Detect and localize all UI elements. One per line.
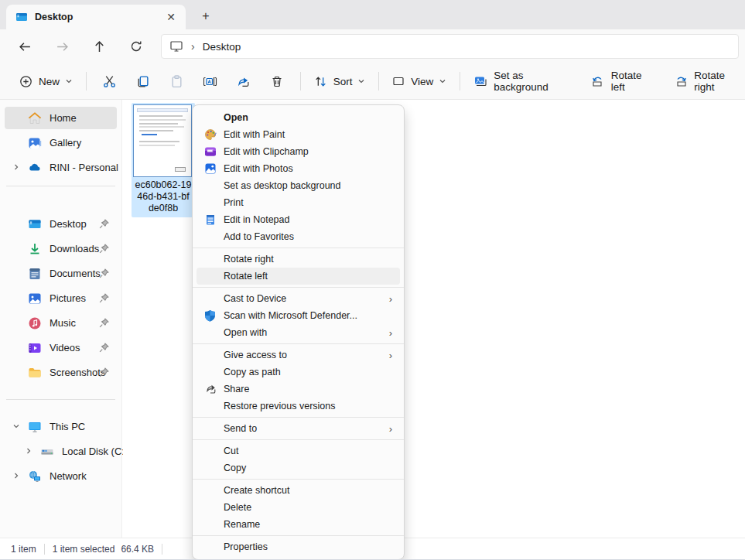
menu-item-give-access-to[interactable]: Give access to › xyxy=(197,347,400,364)
menu-item-cast-to-device[interactable]: Cast to Device › xyxy=(197,290,400,307)
image-background-icon xyxy=(473,75,487,88)
set-as-background-button[interactable]: Set as background xyxy=(466,68,573,94)
cut-button[interactable] xyxy=(98,68,121,94)
refresh-button[interactable] xyxy=(124,34,149,59)
sidebar-item-label: RINI - Personal xyxy=(50,162,118,173)
sidebar-item-gallery[interactable]: Gallery xyxy=(5,131,117,154)
new-button[interactable]: New xyxy=(12,68,80,94)
menu-item-send-to[interactable]: Send to › xyxy=(197,420,400,437)
notepad-icon xyxy=(203,213,217,227)
sidebar-item-screenshots[interactable]: Screenshots xyxy=(5,361,117,384)
tab-desktop[interactable]: Desktop ✕ xyxy=(6,5,186,29)
share-button[interactable] xyxy=(232,68,255,94)
menu-item-scan-with-defender[interactable]: Scan with Microsoft Defender... xyxy=(197,307,400,324)
plus-circle-icon xyxy=(19,75,32,88)
menu-item-print[interactable]: Print xyxy=(197,194,400,211)
menu-item-create-shortcut[interactable]: Create shortcut xyxy=(197,482,400,499)
chevron-right-icon[interactable] xyxy=(11,162,22,172)
sidebar-item-downloads[interactable]: Downloads xyxy=(5,237,117,260)
command-toolbar: New Sort View xyxy=(0,63,745,100)
menu-separator xyxy=(193,287,404,288)
sidebar-item-music[interactable]: Music xyxy=(5,312,117,334)
toolbar-separator xyxy=(460,72,460,90)
sort-button[interactable]: Sort xyxy=(307,68,373,94)
disk-icon xyxy=(40,445,54,459)
status-divider xyxy=(162,544,162,555)
delete-button[interactable] xyxy=(266,68,289,94)
menu-item-open-with[interactable]: Open with › xyxy=(197,324,400,341)
status-divider xyxy=(44,544,45,555)
toolbar-separator xyxy=(86,72,87,90)
menu-item-open[interactable]: Open xyxy=(197,109,400,126)
breadcrumb-location[interactable]: Desktop xyxy=(203,41,241,53)
paste-button[interactable] xyxy=(166,68,188,94)
home-icon xyxy=(28,111,42,125)
menu-item-share[interactable]: Share xyxy=(197,381,400,398)
sidebar-item-home[interactable]: Home xyxy=(5,107,117,129)
desktop-icon xyxy=(28,217,42,231)
selection-size: 66.4 KB xyxy=(121,544,154,555)
menu-item-set-as-desktop-background[interactable]: Set as desktop background xyxy=(197,177,400,194)
copy-button[interactable] xyxy=(132,68,154,94)
sidebar-item-desktop[interactable]: Desktop xyxy=(5,213,117,235)
sidebar-item-label: Home xyxy=(50,112,77,124)
menu-item-edit-with-paint[interactable]: Edit with Paint xyxy=(197,126,400,143)
set-as-background-label: Set as background xyxy=(494,70,566,93)
menu-item-rotate-left[interactable]: Rotate left xyxy=(197,268,400,285)
menu-item-properties[interactable]: Properties xyxy=(197,538,400,555)
sidebar-item-network[interactable]: Network xyxy=(5,465,117,487)
menu-item-rename[interactable]: Rename xyxy=(197,516,400,533)
tab-close-icon[interactable]: ✕ xyxy=(162,9,179,26)
toolbar-separator xyxy=(378,72,379,90)
rotate-right-button[interactable]: Rotate right xyxy=(667,68,745,94)
menu-separator xyxy=(193,535,404,536)
forward-button[interactable] xyxy=(50,34,74,59)
address-bar[interactable]: › Desktop xyxy=(161,34,739,59)
sidebar-item-documents[interactable]: Documents xyxy=(5,262,117,285)
back-button[interactable] xyxy=(12,34,37,59)
chevron-right-icon[interactable] xyxy=(11,470,22,481)
menu-item-copy[interactable]: Copy xyxy=(197,459,400,476)
share-icon xyxy=(203,383,217,396)
pin-icon xyxy=(99,343,109,353)
defender-icon xyxy=(203,309,217,323)
sidebar-item-videos[interactable]: Videos xyxy=(5,336,117,359)
pin-icon xyxy=(99,367,109,377)
view-button[interactable]: View xyxy=(385,68,453,94)
sidebar-item-onedrive[interactable]: RINI - Personal xyxy=(5,156,117,179)
sidebar-item-pictures[interactable]: Pictures xyxy=(5,287,117,309)
sidebar-item-local-disk-c[interactable]: Local Disk (C:) xyxy=(5,440,117,463)
menu-separator xyxy=(193,417,404,418)
file-name: ec60b062-19 46d-b431-bf de0f8b xyxy=(133,179,193,214)
menu-item-delete[interactable]: Delete xyxy=(197,499,400,516)
menu-item-restore-previous-versions[interactable]: Restore previous versions xyxy=(197,398,400,415)
music-icon xyxy=(28,316,42,330)
chevron-down-icon[interactable] xyxy=(11,421,22,432)
menu-item-add-to-favorites[interactable]: Add to Favorites xyxy=(197,228,400,245)
menu-item-edit-in-notepad[interactable]: Edit in Notepad xyxy=(197,211,400,228)
rotate-left-icon xyxy=(591,75,605,88)
file-thumbnail xyxy=(133,104,192,177)
menu-item-edit-with-clipchamp[interactable]: Edit with Clipchamp xyxy=(197,143,400,160)
videos-icon xyxy=(28,341,42,355)
sidebar-item-label: This PC xyxy=(50,421,85,432)
menu-item-cut[interactable]: Cut xyxy=(197,442,400,459)
sort-icon xyxy=(314,75,327,88)
file-item-selected[interactable]: ec60b062-19 46d-b431-bf de0f8b xyxy=(132,103,195,217)
sidebar-item-this-pc[interactable]: This PC xyxy=(5,415,117,438)
rename-button[interactable] xyxy=(199,68,221,94)
up-button[interactable] xyxy=(87,34,111,59)
menu-separator xyxy=(193,248,404,248)
menu-item-copy-as-path[interactable]: Copy as path xyxy=(197,364,400,381)
new-tab-button[interactable]: + xyxy=(195,6,217,26)
chevron-right-icon[interactable] xyxy=(23,446,34,456)
rotate-left-button[interactable]: Rotate left xyxy=(584,68,657,94)
toolbar-separator xyxy=(300,72,301,90)
sidebar-item-label: Network xyxy=(50,470,87,482)
menu-item-edit-with-photos[interactable]: Edit with Photos xyxy=(197,160,400,177)
sidebar-item-label: Screenshots xyxy=(50,367,105,378)
menu-item-rotate-right[interactable]: Rotate right xyxy=(197,251,400,268)
tab-bar: Desktop ✕ + xyxy=(0,0,745,29)
sidebar-item-label: Documents xyxy=(50,268,101,279)
onedrive-icon xyxy=(28,161,42,175)
